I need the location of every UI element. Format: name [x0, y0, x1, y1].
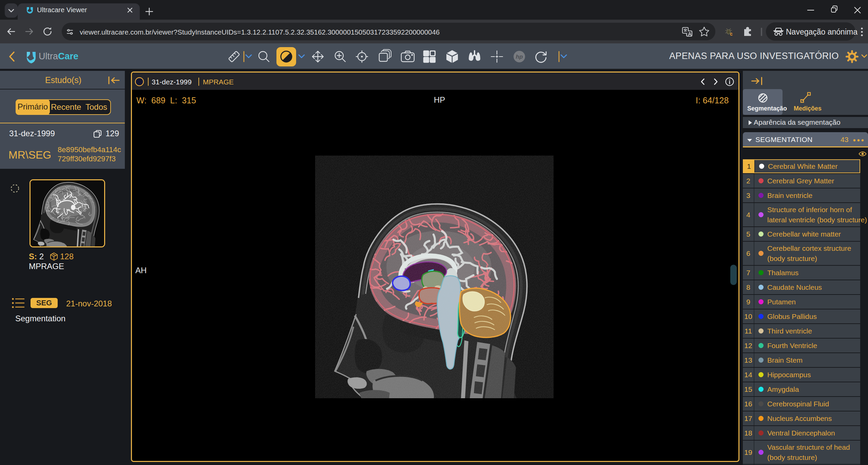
svg-text:c: c	[730, 31, 733, 37]
svg-text:hp: hp	[516, 54, 523, 60]
